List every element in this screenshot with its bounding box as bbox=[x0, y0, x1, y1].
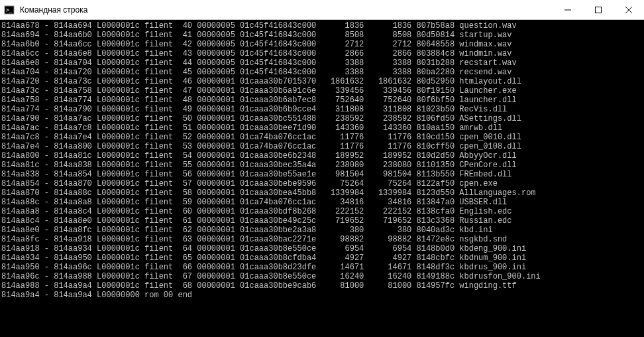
console-line: 814aa918 - 814aa934 L0000001c filent 64 … bbox=[1, 244, 644, 253]
console-line: 814aa758 - 814aa774 L0000001c filent 48 … bbox=[1, 96, 644, 105]
console-line: 814aa88c - 814aa8a8 L0000001c filent 59 … bbox=[1, 198, 644, 207]
console-line: 814aa988 - 814aa9a4 L0000001c filent 68 … bbox=[1, 281, 644, 291]
console-line: 814aa8a8 - 814aa8c4 L0000001c filent 60 … bbox=[1, 207, 644, 216]
console-line: 814aa7ac - 814aa7c8 L0000001c filent 51 … bbox=[1, 123, 644, 133]
console-line: 814aa950 - 814aa96c L0000001c filent 66 … bbox=[1, 263, 644, 272]
app-icon: >_ bbox=[4, 5, 15, 15]
svg-rect-3 bbox=[596, 7, 602, 13]
console-line: 814aa854 - 814aa870 L0000001c filent 57 … bbox=[1, 179, 644, 188]
maximize-button[interactable] bbox=[583, 0, 614, 19]
console-line: 814aa7c8 - 814aa7e4 L0000001c filent 52 … bbox=[1, 133, 644, 142]
console-line: 814aa774 - 814aa790 L0000001c filent 49 … bbox=[1, 105, 644, 114]
console-line: 814aa6e8 - 814aa704 L0000001c filent 44 … bbox=[1, 58, 644, 68]
console-line: 814aa800 - 814aa81c L0000001c filent 54 … bbox=[1, 151, 644, 161]
console-line: 814aa8c4 - 814aa8e0 L0000001c filent 61 … bbox=[1, 216, 644, 226]
console-line: 814aa720 - 814aa73c L0000001c filent 46 … bbox=[1, 77, 644, 86]
close-button[interactable] bbox=[614, 0, 644, 19]
console-line: 814aa6cc - 814aa6e8 L0000001c filent 43 … bbox=[1, 49, 644, 58]
console-line: 814aa8fc - 814aa918 L0000001c filent 63 … bbox=[1, 235, 644, 244]
console-line: 814aa7e4 - 814aa800 L0000001c filent 53 … bbox=[1, 142, 644, 151]
window-controls bbox=[553, 0, 644, 19]
window-title: Командная строка bbox=[19, 5, 553, 15]
console-line: 814aa81c - 814aa838 L0000001c filent 55 … bbox=[1, 161, 644, 170]
console-line: 814aa790 - 814aa7ac L0000001c filent 50 … bbox=[1, 114, 644, 123]
console-line: 814aa934 - 814aa950 L0000001c filent 65 … bbox=[1, 253, 644, 263]
console-line: 814aa678 - 814aa694 L0000001c filent 40 … bbox=[1, 21, 644, 31]
minimize-button[interactable] bbox=[553, 0, 583, 19]
svg-text:>_: >_ bbox=[6, 7, 13, 13]
titlebar: >_ Командная строка bbox=[0, 0, 644, 20]
console-line: 814aa9a4 - 814aa9a4 L00000000 rom 00 end bbox=[1, 291, 644, 300]
console-line: 814aa870 - 814aa88c L0000001c filent 58 … bbox=[1, 188, 644, 198]
console-output[interactable]: 814aa678 - 814aa694 L0000001c filent 40 … bbox=[0, 20, 644, 337]
console-line: 814aa8e0 - 814aa8fc L0000001c filent 62 … bbox=[1, 226, 644, 235]
console-line: 814aa704 - 814aa720 L0000001c filent 45 … bbox=[1, 68, 644, 77]
console-line: 814aa838 - 814aa854 L0000001c filent 56 … bbox=[1, 170, 644, 179]
console-line: 814aa73c - 814aa758 L0000001c filent 47 … bbox=[1, 86, 644, 96]
console-line: 814aa6b0 - 814aa6cc L0000001c filent 42 … bbox=[1, 40, 644, 49]
console-line: 814aa96c - 814aa988 L0000001c filent 67 … bbox=[1, 272, 644, 281]
console-line: 814aa694 - 814aa6b0 L0000001c filent 41 … bbox=[1, 31, 644, 40]
